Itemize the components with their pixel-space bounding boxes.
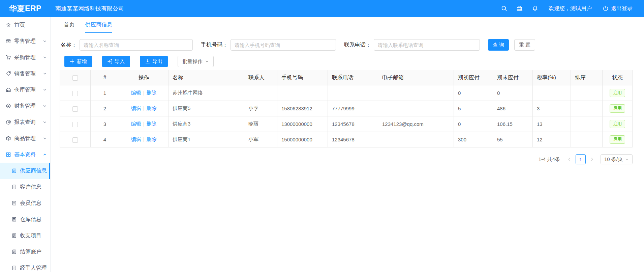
- sidebar-item-warehouse[interactable]: 仓库管理: [0, 82, 50, 98]
- phone-cell: [277, 85, 328, 101]
- next-page-button[interactable]: [587, 154, 597, 164]
- delete-link[interactable]: 删除: [146, 105, 156, 111]
- edit-link[interactable]: 编辑: [131, 90, 141, 96]
- sidebar-item-settlement-account[interactable]: 结算账户: [0, 244, 50, 260]
- sidebar-item-sales[interactable]: 销售管理: [0, 65, 50, 82]
- page-number-button[interactable]: 1: [576, 154, 586, 164]
- phone-filter-label: 手机号码：: [201, 42, 228, 49]
- tag-icon: [6, 71, 11, 76]
- sidebar-item-supplier-info[interactable]: 供应商信息: [0, 163, 50, 179]
- topbar-right: 欢迎您，测试用户 退出登录: [492, 5, 644, 12]
- column-header: 名称: [168, 70, 244, 85]
- page-size-select[interactable]: 10 条/页: [601, 154, 633, 164]
- import-button[interactable]: 导入: [102, 56, 130, 67]
- sidebar-item-report[interactable]: 报表查询: [0, 114, 50, 130]
- sidebar-item-purchase[interactable]: 采购管理: [0, 49, 50, 65]
- row-select-cell: [60, 116, 91, 132]
- batch-actions-dropdown[interactable]: 批量操作: [178, 56, 214, 67]
- export-icon: [145, 59, 150, 64]
- bank-icon[interactable]: [516, 5, 523, 12]
- doc-icon: [11, 184, 17, 190]
- email-cell: [378, 132, 454, 147]
- supplier-name-cell: 苏州蜗牛网络: [168, 85, 244, 101]
- goods-icon: [6, 136, 11, 141]
- query-button[interactable]: 查 询: [488, 39, 509, 51]
- row-index-cell: 1: [91, 85, 119, 101]
- add-button-label: 新增: [77, 58, 87, 65]
- main-area: 首页 供应商信息 名称： 手机号码： 联系电话： 查 询 重 置 新增 导入: [51, 17, 644, 272]
- contact-cell: 小季: [244, 101, 277, 116]
- row-index-cell: 4: [91, 132, 119, 147]
- table-row: 2编辑|删除供应商5小季158062839127777999954863启用: [60, 101, 633, 116]
- sidebar-menu: 首页零售管理采购管理销售管理仓库管理财务管理报表查询商品管理基本资料供应商信息客…: [0, 17, 50, 272]
- delete-link[interactable]: 删除: [146, 136, 156, 142]
- report-icon: [6, 119, 11, 125]
- table-header-row: #操作名称联系人手机号码联系电话电子邮箱期初应付期末应付税率(%)排序状态: [60, 70, 633, 85]
- edit-link[interactable]: 编辑: [131, 105, 141, 111]
- sidebar-item-income-expense-item[interactable]: 收支项目: [0, 227, 50, 244]
- column-header: 联系人: [244, 70, 277, 85]
- row-checkbox[interactable]: [72, 122, 78, 127]
- begin-payable-cell: 0: [454, 116, 493, 132]
- sidebar-item-customer-info[interactable]: 客户信息: [0, 179, 50, 195]
- sidebar-item-label: 收支项目: [20, 232, 47, 239]
- row-select-cell: [60, 101, 91, 116]
- sidebar-item-handler-management[interactable]: 经手人管理: [0, 260, 50, 272]
- tel-filter-input[interactable]: [374, 39, 480, 51]
- sidebar-item-label: 供应商信息: [20, 167, 47, 174]
- sidebar-item-member-info[interactable]: 会员信息: [0, 195, 50, 211]
- tab-home[interactable]: 首页: [64, 17, 74, 33]
- search-icon[interactable]: [501, 5, 508, 12]
- sidebar-item-warehouse-info[interactable]: 仓库信息: [0, 211, 50, 227]
- end-payable-cell: 106.15: [493, 116, 533, 132]
- column-header: 期初应付: [454, 70, 493, 85]
- tax-rate-cell: 3: [533, 101, 571, 116]
- chevron-down-icon: [43, 104, 47, 108]
- sidebar-item-label: 经手人管理: [20, 265, 47, 272]
- sidebar-item-label: 报表查询: [14, 119, 43, 126]
- row-actions-cell: 编辑|删除: [119, 132, 168, 147]
- chevron-up-icon: [43, 153, 47, 157]
- prev-page-button[interactable]: [564, 154, 574, 164]
- table-row: 4编辑|删除供应商1小军15000000000123456783005512启用: [60, 132, 633, 147]
- sidebar-item-goods[interactable]: 商品管理: [0, 130, 50, 146]
- export-button[interactable]: 导出: [140, 56, 168, 67]
- row-checkbox[interactable]: [72, 91, 78, 96]
- table-row: 1编辑|删除苏州蜗牛网络00启用: [60, 85, 633, 101]
- notification-bell-icon[interactable]: [532, 5, 539, 12]
- phone-filter-input[interactable]: [231, 39, 336, 51]
- begin-payable-cell: 5: [454, 101, 493, 116]
- telephone-cell: 12345678: [328, 116, 378, 132]
- row-select-cell: [60, 85, 91, 101]
- sidebar-item-retail[interactable]: 零售管理: [0, 33, 50, 49]
- sidebar-item-label: 销售管理: [14, 70, 43, 77]
- content: 名称： 手机号码： 联系电话： 查 询 重 置 新增 导入: [51, 33, 644, 164]
- sidebar-item-label: 商品管理: [14, 135, 43, 142]
- edit-link[interactable]: 编辑: [131, 121, 141, 127]
- reset-button[interactable]: 重 置: [514, 39, 535, 51]
- logout-button[interactable]: 退出登录: [603, 5, 633, 12]
- add-button[interactable]: 新增: [64, 56, 92, 67]
- cart-icon: [6, 55, 11, 60]
- logout-label: 退出登录: [611, 5, 633, 12]
- sidebar-item-home[interactable]: 首页: [0, 17, 50, 33]
- row-actions-cell: 编辑|删除: [119, 85, 168, 101]
- link-divider: |: [143, 136, 145, 142]
- select-all-checkbox[interactable]: [72, 75, 78, 81]
- edit-link[interactable]: 编辑: [131, 136, 141, 142]
- tab-supplier-info[interactable]: 供应商信息: [85, 17, 112, 33]
- sidebar-item-base-data[interactable]: 基本资料: [0, 146, 50, 163]
- row-checkbox[interactable]: [72, 137, 78, 143]
- sidebar-item-finance[interactable]: 财务管理: [0, 98, 50, 114]
- doc-icon: [11, 233, 17, 238]
- delete-link[interactable]: 删除: [146, 121, 156, 127]
- import-icon: [108, 59, 112, 64]
- delete-link[interactable]: 删除: [146, 90, 156, 96]
- status-badge: 启用: [610, 135, 625, 143]
- row-checkbox[interactable]: [72, 106, 78, 112]
- doc-icon: [11, 200, 17, 206]
- name-filter-input[interactable]: [80, 39, 193, 51]
- filter-row: 名称： 手机号码： 联系电话： 查 询 重 置: [61, 39, 644, 51]
- status-badge: 启用: [610, 89, 625, 97]
- column-header: 联系电话: [328, 70, 378, 85]
